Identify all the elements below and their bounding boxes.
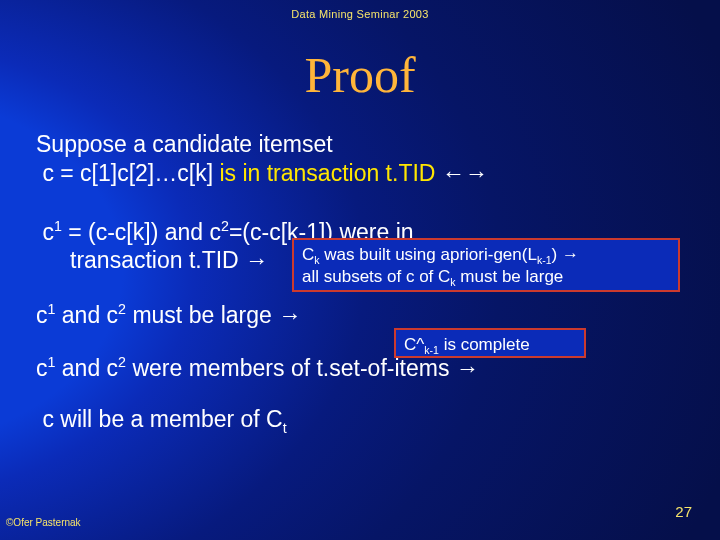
box2-sub: k-1 bbox=[424, 344, 439, 356]
paragraph-3: c1 and c2 must be large → bbox=[36, 301, 696, 330]
box2-post: is complete bbox=[439, 335, 530, 354]
box1-l1-sub2: k-1 bbox=[537, 254, 552, 266]
seminar-header: Data Mining Seminar 2003 bbox=[0, 8, 720, 20]
p1-line1: Suppose a candidate itemset bbox=[36, 131, 333, 157]
page-number: 27 bbox=[675, 503, 692, 520]
p5-pre: c will be a member of C bbox=[42, 406, 282, 432]
p1-line2-pre: c = c[1]c[2]…c[k] bbox=[42, 160, 219, 186]
p4-c1: c bbox=[36, 355, 48, 381]
box1-l2-post: must be large bbox=[456, 267, 564, 286]
p2-mid: = (c-c[k]) and c bbox=[62, 219, 221, 245]
callout-box-2: C^k-1 is complete bbox=[394, 328, 586, 358]
paragraph-4: c1 and c2 were members of t.set-of-items… bbox=[36, 354, 696, 383]
p2-c1: c bbox=[42, 219, 54, 245]
p4-mid: and c bbox=[55, 355, 118, 381]
box1-l1-post: ) → bbox=[552, 245, 579, 264]
p4-sup2: 2 bbox=[118, 354, 126, 370]
footer-copyright: ©Ofer Pasternak bbox=[6, 517, 81, 528]
box2-pre: C^ bbox=[404, 335, 424, 354]
box1-l2-pre: all subsets of c of C bbox=[302, 267, 450, 286]
p3-c1: c bbox=[36, 302, 48, 328]
callout-box-1: Ck was built using apriori-gen(Lk-1) → a… bbox=[292, 238, 680, 292]
box1-l1-mid: was built using apriori-gen(L bbox=[320, 245, 537, 264]
paragraph-5: c will be a member of Ct bbox=[36, 405, 696, 434]
p2-sup2: 2 bbox=[221, 218, 229, 234]
p1-arrow: ←→ bbox=[435, 160, 487, 186]
slide-title: Proof bbox=[0, 46, 720, 104]
p1-highlight: is in transaction t.TID bbox=[219, 160, 435, 186]
box1-l1-pre: C bbox=[302, 245, 314, 264]
p3-post: must be large → bbox=[126, 302, 301, 328]
p2-sup1: 1 bbox=[54, 218, 62, 234]
p4-post: were members of t.set-of-items → bbox=[126, 355, 479, 381]
paragraph-1: Suppose a candidate itemset c = c[1]c[2]… bbox=[36, 130, 696, 188]
p5-sub: t bbox=[283, 419, 287, 435]
p3-sup2: 2 bbox=[118, 301, 126, 317]
p3-mid: and c bbox=[55, 302, 118, 328]
